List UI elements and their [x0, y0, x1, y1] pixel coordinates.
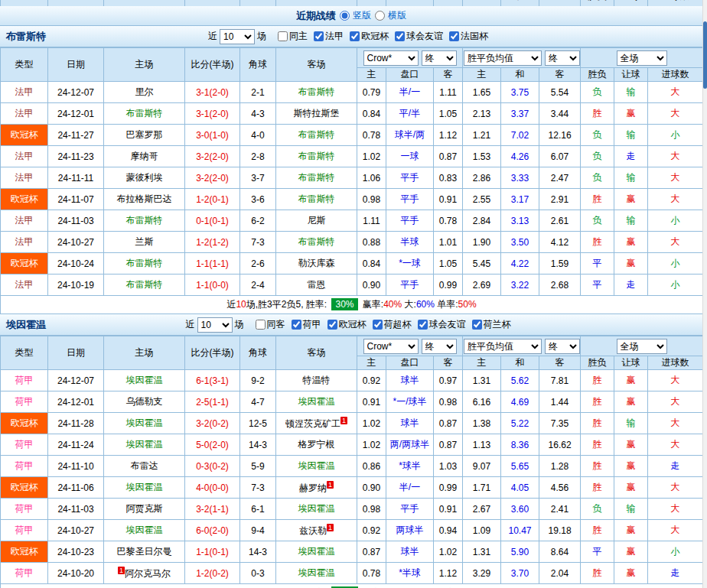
result-handicap: 输 — [614, 413, 648, 434]
result-goals: 大 — [648, 477, 703, 499]
away-team: 斯特拉斯堡 — [276, 103, 357, 125]
odds-home: 0.84 — [357, 253, 386, 275]
corner-score: 6-1 — [240, 499, 276, 520]
filter-checkbox[interactable] — [418, 320, 428, 330]
result-handicap: 输 — [614, 82, 648, 103]
team-text: 顿涅茨克矿工 — [285, 418, 340, 429]
summary-row-tr: 近10场,胜3平2负5, 胜率: 30% 赢率:40% 大:60% 单率:50% — [1, 296, 703, 314]
view-vertical-option[interactable]: 竖版 — [340, 9, 371, 22]
match-date: 24-11-10 — [48, 456, 104, 477]
filter-option[interactable]: 同客 — [256, 318, 285, 331]
view-horizontal-option[interactable]: 横版 — [375, 9, 406, 22]
result-handicap: 输 — [614, 125, 648, 146]
home-team: 布雷斯特 — [104, 103, 185, 125]
bookmaker-select[interactable]: Crow* — [363, 50, 419, 66]
odds-away: 1.11 — [434, 82, 463, 103]
filter-checkbox[interactable] — [449, 31, 459, 41]
result-handicap: 赢 — [614, 477, 648, 499]
team-name: 布雷斯特 — [6, 30, 46, 44]
odds-time-select[interactable]: 终 — [422, 339, 457, 354]
col-header-home: 主场 — [104, 336, 185, 370]
filter-checkbox[interactable] — [472, 320, 482, 330]
avg-draw: 5.65 — [501, 456, 539, 477]
result-handicap: 赢 — [614, 434, 648, 456]
subheader-cell: 主 — [463, 356, 501, 370]
summary-text: 10 — [236, 299, 246, 310]
home-team: 埃因霍温 — [104, 434, 185, 456]
filter-option[interactable]: 法甲 — [314, 30, 344, 43]
games-count-select[interactable]: 10 — [220, 29, 255, 44]
result-goals: 小 — [648, 253, 703, 275]
match-date: 24-10-19 — [48, 275, 104, 296]
avg-time-select[interactable]: 终 — [545, 339, 580, 354]
summary-row-tr: 近10场,胜8平1负1, 胜率: 80% 赢率:80% 大:70% 单率:70% — [1, 584, 703, 588]
filter-option[interactable]: 球会友谊 — [418, 318, 466, 331]
result-wdl: 负 — [581, 210, 614, 232]
filter-option[interactable]: 欧冠杯 — [350, 30, 389, 43]
home-team: 埃因霍温 — [104, 370, 185, 391]
avg-time-select[interactable]: 终 — [545, 50, 580, 66]
match-row: 法甲 24-10-27 兰斯 1-2(1-2) 7-3 布雷斯特 0.88 半球… — [1, 232, 703, 253]
odds-handicap: 一球 — [386, 146, 434, 167]
subheader-cell: 进球数 — [648, 356, 703, 370]
filter-option-label: 荷超杯 — [384, 318, 412, 331]
filter-option[interactable]: 荷甲 — [292, 318, 321, 331]
filter-checkbox[interactable] — [395, 31, 405, 41]
filter-option[interactable]: 荷超杯 — [373, 318, 412, 331]
avg-select[interactable]: 胜平负均值 — [464, 50, 542, 66]
corner-score: 9-4 — [240, 520, 276, 541]
note-badge: 1 — [118, 567, 125, 574]
match-date: 24-10-23 — [48, 541, 104, 563]
horizontal-radio[interactable] — [375, 11, 385, 21]
result-wdl: 胜 — [581, 563, 614, 584]
filter-checkbox[interactable] — [314, 31, 324, 41]
avg-away: 16.62 — [539, 434, 581, 456]
clipped-cell — [104, 0, 185, 6]
section-header-bar: 布雷斯特 近 10 场 同主法甲欧冠杯球会友谊法国杯 — [0, 26, 702, 47]
team-text: 雷恩 — [308, 279, 326, 290]
filter-checkbox[interactable] — [292, 320, 301, 330]
scrollbar-thumb[interactable] — [703, 21, 707, 89]
odds-home: 0.84 — [357, 103, 386, 125]
subheader-cell: 主 — [357, 356, 386, 370]
team-text: 埃因霍温 — [298, 396, 335, 407]
avg-home: 1.53 — [463, 146, 501, 167]
filter-option[interactable]: 同主 — [278, 30, 308, 43]
avg-draw: 10.47 — [501, 520, 539, 541]
odds-time-select[interactable]: 终 — [422, 50, 457, 66]
filter-checkbox[interactable] — [373, 320, 383, 330]
summary-text: 大: — [402, 299, 416, 310]
filter-checkbox[interactable] — [256, 320, 266, 330]
home-team: 摩纳哥 — [104, 146, 185, 167]
odds-handicap: 两/两球半 — [386, 434, 434, 456]
result-goals: 大 — [648, 499, 703, 520]
match-score: 3-2(2-0) — [185, 167, 240, 189]
odds-handicap: 平手 — [386, 189, 434, 210]
filter-option[interactable]: 荷兰杯 — [472, 318, 511, 331]
league-type: 荷甲 — [1, 434, 48, 456]
result-wdl: 胜 — [581, 477, 614, 499]
filter-option[interactable]: 球会友谊 — [395, 30, 443, 43]
scope-select[interactable]: 全场 — [617, 50, 667, 66]
vertical-radio[interactable] — [340, 11, 350, 21]
league-type: 荷甲 — [1, 456, 48, 477]
clipped-cell: 主 — [357, 0, 386, 6]
filter-checkbox[interactable] — [350, 31, 360, 41]
match-score: 3-2(1-1) — [185, 499, 240, 520]
avg-away: 4.12 — [539, 232, 581, 253]
odds-handicap: 平/半 — [386, 103, 434, 125]
clipped-cell — [240, 0, 276, 6]
scrollbar[interactable] — [702, 0, 707, 588]
filter-checkbox[interactable] — [278, 31, 288, 41]
bookmaker-select[interactable]: Crow* — [363, 339, 419, 354]
games-count-select[interactable]: 10 — [197, 317, 233, 333]
avg-away: 2.04 — [539, 563, 581, 584]
avg-select[interactable]: 胜平负均值 — [464, 339, 542, 354]
filter-checkbox[interactable] — [327, 320, 337, 330]
filter-option[interactable]: 欧冠杯 — [327, 318, 367, 331]
team-text: 巴塞罗那 — [126, 129, 163, 140]
scope-select[interactable]: 全场 — [617, 339, 667, 354]
filter-option[interactable]: 法国杯 — [449, 30, 488, 43]
team-name: 埃因霍温 — [6, 318, 46, 332]
avg-draw: 8.36 — [501, 434, 539, 456]
